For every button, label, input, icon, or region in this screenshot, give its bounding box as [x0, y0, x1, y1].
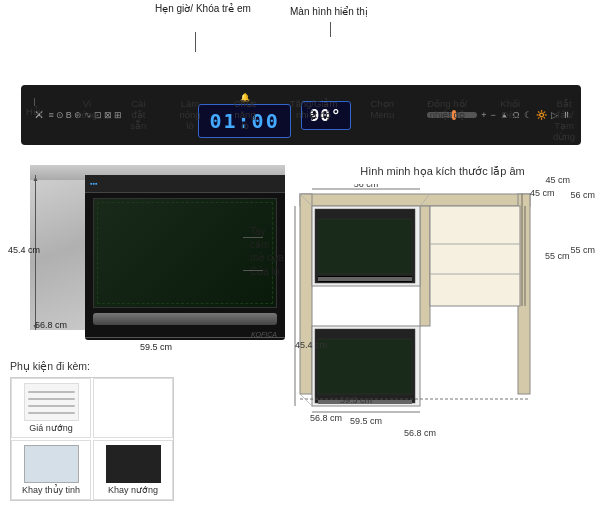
oven-display-small: ▪▪▪ — [90, 180, 97, 187]
acc-tray-cell: Khay nướng — [93, 440, 173, 500]
svg-line-30 — [300, 394, 312, 406]
label-preset: Càiđặtsẵn — [130, 98, 146, 142]
acc-tray-label: Khay nướng — [108, 485, 158, 495]
rack-bar2 — [28, 398, 75, 400]
dim-depth: 56.8 cm — [35, 320, 67, 332]
label-timer: Hẹn giờ/ Khóa trẻ em — [155, 2, 251, 15]
dim-59-5: 59.5 cm — [340, 395, 372, 405]
acc-grid: Giá nướng Khay thủy tinh Khay nướng — [10, 377, 174, 501]
label-screen: Màn hình hiển thị — [290, 5, 368, 18]
svg-text:55 cm: 55 cm — [545, 251, 570, 261]
oven-section: ▪▪▪ KOFICA ▲ ▼ 45.4 cm — [5, 165, 285, 501]
label-light: KhốiĐèn — [500, 98, 520, 142]
line-cancel — [34, 98, 35, 106]
svg-text:56.8 cm: 56.8 cm — [404, 428, 436, 438]
door-inner — [97, 202, 273, 304]
label-microwave: Visóng — [77, 98, 98, 142]
svg-text:59.5 cm: 59.5 cm — [350, 416, 382, 426]
acc-rack-cell: Giá nướng — [11, 378, 91, 438]
label-handle: Tay cầm mở cửa — [250, 225, 285, 264]
install-section: Hình minh họa kích thước lắp âm — [290, 165, 595, 501]
dim-56-8: 56.8 cm — [310, 413, 342, 423]
svg-rect-11 — [318, 339, 412, 394]
rack-bar1 — [28, 391, 75, 393]
oven-handle[interactable] — [93, 313, 277, 325]
label-heat: Làmnónglò — [179, 98, 200, 142]
line-door — [243, 270, 263, 271]
acc-rack-label: Giá nướng — [29, 423, 73, 433]
accessories-section: Phụ kiện đi kèm: Giá nướng — [10, 360, 285, 501]
dim-width-line — [85, 337, 285, 338]
label-menu: ChọnMenu — [370, 98, 394, 142]
svg-text:45 cm: 45 cm — [530, 188, 555, 198]
label-door: Cửa lò — [250, 265, 279, 278]
acc-glass-label: Khay thủy tinh — [22, 485, 80, 495]
line-handle — [243, 237, 263, 238]
dim-56: 56 cm — [570, 190, 595, 200]
label-cancel: Hủy — [26, 106, 44, 117]
panel-bottom-labels: Hủy Visóng Càiđặtsẵn Làmnónglò Chứcnăngl… — [18, 98, 583, 142]
main-section: ▪▪▪ KOFICA ▲ ▼ 45.4 cm — [5, 165, 595, 501]
dim-55: 55 cm — [570, 245, 595, 255]
rack-img — [24, 383, 79, 421]
rack-bar3 — [28, 405, 75, 407]
glass-tray-img — [24, 445, 79, 483]
page-wrapper: Hẹn giờ/ Khóa trẻ em Màn hình hiển thị ✕… — [0, 0, 600, 526]
label-temp-adj: Tăng/Giảmnhiệt độ — [290, 98, 338, 142]
acc-empty-cell — [93, 378, 173, 438]
svg-rect-3 — [420, 206, 430, 326]
dim-height: 45.4 cm — [8, 245, 40, 257]
dim-width: 59.5 cm — [140, 342, 172, 354]
dim-arrow-top: ▲ — [32, 175, 39, 182]
svg-rect-1 — [300, 194, 312, 394]
black-tray-img — [106, 445, 161, 483]
svg-rect-13 — [430, 206, 520, 306]
label-clock: Đồng hồ/nhiệt độ — [427, 98, 467, 142]
label-start-stop: Bắtđầu/Tạmdừng — [553, 98, 575, 142]
svg-rect-6 — [318, 219, 412, 274]
rack-bar4 — [28, 412, 75, 414]
acc-title: Phụ kiện đi kèm: — [10, 360, 285, 372]
oven-top-bar: ▪▪▪ — [85, 175, 285, 193]
dim-45-4: 45.4 cm — [295, 340, 327, 350]
svg-text:56 cm: 56 cm — [354, 184, 379, 189]
dim-45: 45 cm — [545, 175, 570, 185]
label-function: Chứcnănglò — [234, 98, 257, 142]
svg-rect-0 — [300, 194, 530, 206]
oven-brand-label: KOFICA — [85, 329, 285, 340]
acc-glass-cell: Khay thủy tinh — [11, 440, 91, 500]
